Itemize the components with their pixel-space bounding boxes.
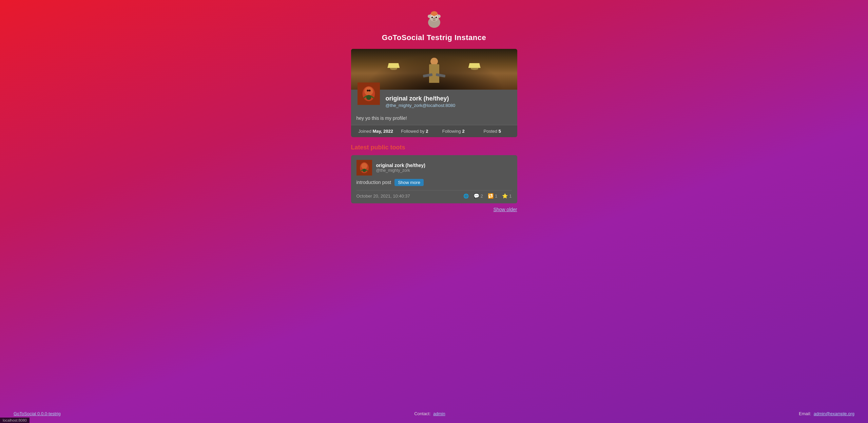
globe-icon: 🌐 <box>463 194 469 199</box>
profile-stats: Joined May, 2022 Followed by 2 Following… <box>351 125 517 137</box>
version-link[interactable]: GoToSocial 0.0.0-testrig <box>14 411 61 416</box>
toot-author: original zork (he/they) @the_mighty_zork <box>356 160 512 176</box>
footer: GoToSocial 0.0.0-testrig Contact: admin … <box>0 404 868 423</box>
svg-point-18 <box>361 163 367 169</box>
stat-posted: Posted 5 <box>473 129 512 134</box>
followed-by-count: 2 <box>426 129 428 134</box>
profile-info: original zork (he/they) @the_mighty_zork… <box>351 90 517 113</box>
svg-point-19 <box>363 169 366 172</box>
status-bar: localhost:8080 <box>0 418 30 423</box>
site-title: GoToSocial Testrig Instance <box>382 33 486 42</box>
svg-point-4 <box>431 11 438 16</box>
following-label: Following <box>442 129 461 134</box>
show-older-link[interactable]: Show older <box>351 207 517 212</box>
avatar-image <box>358 82 380 105</box>
stat-following: Following 2 <box>434 129 473 134</box>
main-content: original zork (he/they) @the_mighty_zork… <box>351 49 517 219</box>
contact-info: Contact: admin <box>414 411 445 416</box>
stat-joined: Joined May, 2022 <box>356 129 396 134</box>
reply-icon: 💬 <box>474 193 479 199</box>
contact-name-link[interactable]: admin <box>433 411 445 416</box>
profile-card: original zork (he/they) @the_mighty_zork… <box>351 49 517 137</box>
show-more-button[interactable]: Show more <box>394 179 424 186</box>
svg-point-9 <box>433 18 436 20</box>
profile-handle: @the_mighty_zork@localhost:8080 <box>386 103 512 108</box>
avatar <box>356 81 381 106</box>
lamp-left-decoration <box>387 63 400 71</box>
following-count: 2 <box>462 129 464 134</box>
reply-count: 2 <box>481 194 483 199</box>
star-icon: ⭐ <box>502 193 508 199</box>
toot-avatar <box>356 160 372 176</box>
toot-replies: 💬 2 <box>474 193 483 199</box>
email-address-link[interactable]: admin@example.org <box>814 411 854 416</box>
toot-content: introduction post Show more <box>356 179 512 186</box>
toots-section-title: Latest public toots <box>351 144 517 151</box>
svg-point-15 <box>369 90 371 92</box>
contact-label: Contact: <box>414 411 430 416</box>
toot-author-name: original zork (he/they) <box>376 163 425 168</box>
stat-followed-by: Followed by 2 <box>395 129 434 134</box>
toot-date: October 20, 2021, 10:40:37 <box>356 194 459 199</box>
profile-display-name: original zork (he/they) <box>386 95 512 102</box>
toot-author-handle: @the_mighty_zork <box>376 168 425 173</box>
followed-by-label: Followed by <box>401 129 424 134</box>
toot-card: original zork (he/they) @the_mighty_zork… <box>351 155 517 203</box>
status-bar-text: localhost:8080 <box>3 418 27 422</box>
site-header: GoToSocial Testrig Instance <box>382 0 486 49</box>
email-label: Email: <box>799 411 811 416</box>
toot-text: introduction post <box>356 180 391 185</box>
email-info: Email: admin@example.org <box>799 411 854 416</box>
posted-label: Posted <box>484 129 497 134</box>
joined-label: Joined <box>359 129 371 134</box>
svg-point-7 <box>431 17 433 18</box>
svg-point-2 <box>428 15 431 18</box>
lamp-right-decoration <box>468 63 481 71</box>
svg-point-3 <box>437 15 441 18</box>
svg-point-14 <box>367 90 369 92</box>
profile-text: original zork (he/they) @the_mighty_zork… <box>386 94 512 108</box>
fav-count: 1 <box>509 194 512 199</box>
profile-bio: hey yo this is my profile! <box>351 113 517 125</box>
boost-icon: 🔁 <box>488 193 494 199</box>
posted-count: 5 <box>499 129 501 134</box>
svg-point-12 <box>364 87 373 96</box>
toot-public-icon: 🌐 <box>463 194 469 199</box>
figure-decoration <box>422 52 446 83</box>
svg-point-8 <box>435 17 437 18</box>
joined-date: May, 2022 <box>372 129 393 134</box>
site-logo <box>424 10 444 30</box>
toot-meta: October 20, 2021, 10:40:37 🌐 💬 2 🔁 1 ⭐ 1 <box>356 190 512 199</box>
svg-point-13 <box>366 95 371 100</box>
toot-favs: ⭐ 1 <box>502 193 512 199</box>
toot-author-info: original zork (he/they) @the_mighty_zork <box>376 163 425 173</box>
toot-boosts: 🔁 1 <box>488 193 497 199</box>
boost-count: 1 <box>495 194 497 199</box>
